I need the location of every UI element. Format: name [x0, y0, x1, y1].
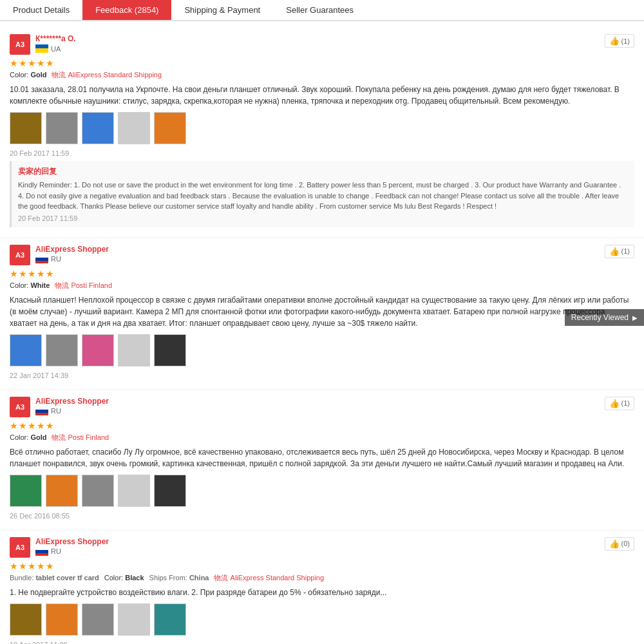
- helpful-button[interactable]: 👍 (1): [605, 397, 634, 410]
- star-icon: ★: [37, 421, 45, 431]
- review-meta: Color: White物流 Posti Finland: [10, 281, 634, 290]
- thumbs-up-icon: 👍: [609, 539, 620, 549]
- star-icon: ★: [28, 561, 36, 571]
- review-image[interactable]: [46, 475, 78, 507]
- star-icon: ★: [37, 269, 45, 279]
- country-code: RU: [51, 407, 61, 415]
- helpful-button[interactable]: 👍 (0): [605, 537, 634, 551]
- country-code: RU: [51, 255, 61, 263]
- thumbs-up-icon: 👍: [609, 399, 620, 408]
- helpful-count: (1): [621, 399, 630, 407]
- reviewer-info: AliExpress Shopper RU: [35, 397, 600, 415]
- review-images: [10, 475, 634, 507]
- review-image[interactable]: [46, 112, 78, 144]
- review-image[interactable]: [118, 603, 150, 636]
- tab-shipping[interactable]: Shipping & Payment: [171, 0, 273, 20]
- recently-viewed-chevron: ▶: [632, 314, 638, 321]
- review-image[interactable]: [46, 334, 78, 366]
- color-label: Color: Gold: [10, 433, 46, 441]
- review-image[interactable]: [82, 603, 114, 636]
- helpful-button[interactable]: 👍 (1): [605, 245, 634, 258]
- star-icon: ★: [46, 421, 54, 431]
- review-image[interactable]: [82, 334, 114, 366]
- star-icon: ★: [46, 58, 54, 68]
- review-item: A3 AliExpress Shopper RU 👍 (1) ★★★★★ Col…: [0, 390, 644, 531]
- review-text: Класный планшет! Неплохой процессор в св…: [10, 294, 634, 329]
- review-date: 26 Dec 2016 08:55: [10, 512, 634, 520]
- reviewer-name: AliExpress Shopper: [35, 245, 600, 254]
- review-image[interactable]: [82, 475, 114, 507]
- review-image[interactable]: [154, 334, 186, 366]
- review-meta: Color: Gold物流 Posti Finland: [10, 433, 634, 442]
- review-text: 10.01 заказала, 28.01 получила на Укрпоч…: [10, 84, 634, 107]
- star-icon: ★: [10, 269, 18, 279]
- stars: ★★★★★: [10, 269, 634, 279]
- helpful-count: (1): [621, 37, 630, 45]
- stars: ★★★★★: [10, 561, 634, 571]
- reviewer-avatar: A3: [10, 397, 30, 417]
- review-image[interactable]: [10, 334, 42, 366]
- reviewer-avatar: A3: [10, 537, 30, 558]
- tab-product-details[interactable]: Product Details: [0, 0, 82, 20]
- country-flag-icon: [35, 44, 48, 53]
- seller-reply-text: Kindly Reminder: 1. Do not use or save t…: [18, 180, 628, 212]
- star-icon: ★: [19, 269, 27, 279]
- recently-viewed-label: Recently Viewed: [571, 313, 629, 322]
- star-icon: ★: [46, 269, 54, 279]
- review-images: [10, 334, 634, 366]
- reviewer-info: AliExpress Shopper RU: [35, 245, 600, 263]
- review-image[interactable]: [118, 334, 150, 366]
- helpful-button[interactable]: 👍 (1): [605, 34, 634, 48]
- review-image[interactable]: [154, 475, 186, 507]
- star-icon: ★: [10, 58, 18, 68]
- star-icon: ★: [19, 58, 27, 68]
- star-icon: ★: [28, 269, 36, 279]
- review-text: Всё отлично работает, спасибо Лу Лу огро…: [10, 446, 634, 469]
- review-date: 22 Jan 2017 14:39: [10, 372, 634, 379]
- seller-reply-title: 卖家的回复: [18, 166, 628, 177]
- review-date: 20 Feb 2017 11:59: [10, 149, 634, 157]
- star-icon: ★: [10, 561, 18, 571]
- review-text: 1. Не подвергайте устройство воздействию…: [10, 587, 634, 598]
- reviewer-name: К*******а О.: [35, 34, 600, 43]
- country-flag-icon: [35, 255, 48, 263]
- color-label: Color: Gold: [10, 71, 46, 79]
- tab-seller[interactable]: Seller Guarantees: [273, 0, 366, 20]
- review-image[interactable]: [154, 603, 186, 636]
- review-header: A3 AliExpress Shopper RU 👍 (0): [10, 537, 634, 558]
- review-image[interactable]: [82, 112, 114, 144]
- review-image[interactable]: [10, 603, 42, 636]
- reviewer-name: AliExpress Shopper: [35, 537, 600, 546]
- review-image[interactable]: [10, 112, 42, 144]
- review-image[interactable]: [118, 475, 150, 507]
- tab-feedback[interactable]: Feedback (2854): [82, 0, 171, 20]
- star-icon: ★: [37, 561, 45, 571]
- stars: ★★★★★: [10, 58, 634, 68]
- country-code: RU: [51, 547, 61, 555]
- review-item: A3 AliExpress Shopper RU 👍 (1) ★★★★★ Col…: [0, 238, 644, 390]
- review-image[interactable]: [46, 603, 78, 636]
- review-image[interactable]: [118, 112, 150, 144]
- country-flag-icon: [35, 407, 48, 415]
- review-date: 10 Apr 2017 11:06: [10, 641, 634, 645]
- reviewer-avatar: A3: [10, 34, 30, 55]
- review-item: A3 AliExpress Shopper RU 👍 (0) ★★★★★ Bun…: [0, 531, 644, 645]
- review-header: A3 К*******а О. UA 👍 (1): [10, 34, 634, 55]
- tab-bar: Product Details Feedback (2854) Shipping…: [0, 0, 644, 21]
- reviewer-country: UA: [35, 44, 600, 53]
- seller-reply-date: 20 Feb 2017 11:59: [18, 214, 628, 222]
- seller-reply: 卖家的回复 Kindly Reminder: 1. Do not use or …: [10, 161, 634, 227]
- reviewer-country: RU: [35, 407, 600, 415]
- review-meta: Color: Gold物流 AliExpress Standard Shippi…: [10, 70, 634, 80]
- review-image[interactable]: [154, 112, 186, 144]
- star-icon: ★: [28, 58, 36, 68]
- star-icon: ★: [10, 421, 18, 431]
- color-label: Color: Black: [104, 574, 144, 582]
- review-header: A3 AliExpress Shopper RU 👍 (1): [10, 245, 634, 265]
- review-item: A3 К*******а О. UA 👍 (1) ★★★★★ Color: Go…: [0, 28, 644, 238]
- reviewer-country: RU: [35, 547, 600, 556]
- recently-viewed-bar[interactable]: Recently Viewed ▶: [565, 309, 644, 326]
- star-icon: ★: [37, 58, 45, 68]
- review-image[interactable]: [10, 475, 42, 507]
- shipping-method-label: 物流 Posti Finland: [55, 281, 112, 289]
